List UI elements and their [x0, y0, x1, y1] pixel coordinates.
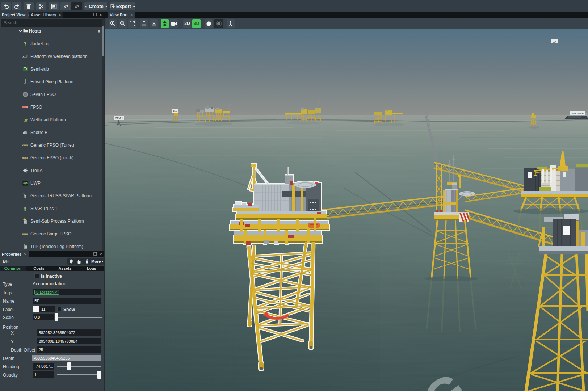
- svg-text:SPM 1: SPM 1: [115, 117, 123, 119]
- svg-text:LNG Tanker: LNG Tanker: [571, 112, 584, 115]
- svg-text:SA: SA: [553, 40, 556, 43]
- svg-text:KA: KA: [173, 110, 177, 113]
